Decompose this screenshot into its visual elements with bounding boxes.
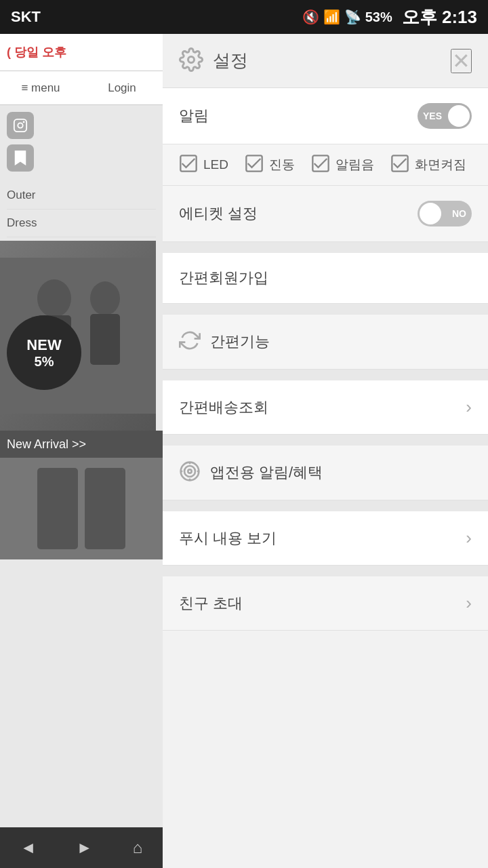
bg-nav-bar: ≡ menu Login: [0, 71, 163, 105]
bg-dress: Dress: [7, 210, 156, 237]
checkboxes-row: LED 진동 알림음: [163, 144, 488, 186]
bg-bookmark-icon: [7, 144, 34, 172]
push-content-row[interactable]: 푸시 내용 보기 ›: [163, 511, 488, 566]
notification-row: 알림 YES: [163, 88, 488, 144]
simple-features-row[interactable]: 간편기능: [163, 315, 488, 370]
bg-bottom-products: [0, 458, 163, 559]
led-label: LED: [203, 157, 228, 172]
svg-point-5: [37, 279, 71, 317]
background-app: ( 당일 오후 ≡ menu Login Outer Dress: [0, 34, 163, 868]
close-button[interactable]: ✕: [451, 49, 472, 73]
simple-delivery-label: 간편배송조회: [179, 397, 268, 418]
friend-invite-label: 친구 초대: [179, 593, 243, 614]
divider-5: [163, 500, 488, 511]
toggle-yes-text: YES: [423, 111, 442, 121]
app-notification-content: 앱전용 알림/혜택: [179, 460, 323, 485]
svg-point-7: [90, 281, 120, 315]
toggle-no-text: NO: [452, 208, 466, 219]
bg-new-arrival-banner: New Arrival >>: [0, 431, 163, 458]
svg-point-1: [18, 123, 22, 127]
bg-new-badge: NEW 5%: [7, 315, 81, 390]
toggle-knob: [448, 105, 470, 127]
panel-header: 설정 ✕: [163, 34, 488, 88]
divider-3: [163, 370, 488, 380]
bg-icons-section: [0, 105, 163, 178]
bg-forward-btn: ►: [77, 838, 93, 857]
screen-checkbox-item[interactable]: 화면켜짐: [390, 154, 466, 176]
toggle-no-knob: [420, 203, 441, 224]
etiquette-row: 에티켓 설정 NO: [163, 186, 488, 242]
gear-icon: [179, 47, 203, 75]
settings-panel: 설정 ✕ 알림 YES LED: [163, 34, 488, 868]
delivery-chevron-icon: ›: [466, 397, 472, 418]
vibrate-label: 진동: [269, 156, 295, 174]
bg-pct-text: 5%: [35, 354, 54, 370]
bg-new-text: NEW: [26, 336, 61, 354]
etiquette-toggle[interactable]: NO: [418, 201, 472, 226]
battery-label: 53%: [365, 9, 392, 25]
screen-checkbox-icon: [390, 154, 409, 176]
led-checkbox-item[interactable]: LED: [179, 154, 228, 176]
target-icon: [179, 460, 201, 485]
divider-4: [163, 435, 488, 446]
invite-chevron-icon: ›: [466, 593, 472, 614]
divider-2: [163, 304, 488, 315]
panel-title: 설정: [213, 49, 248, 73]
bg-instagram-icon: [7, 112, 34, 139]
svg-marker-3: [15, 151, 26, 165]
wifi-icon: 📶: [323, 9, 340, 25]
bg-top-text: ( 당일 오후: [7, 44, 66, 60]
status-icons: 🔇 📶 📡 53% 오후 2:13: [302, 5, 477, 29]
notification-toggle[interactable]: YES: [418, 103, 472, 129]
bg-categories: Outer Dress: [0, 178, 163, 241]
svg-point-16: [188, 469, 191, 473]
mute-icon: 🔇: [302, 9, 319, 25]
notification-label: 알림: [179, 106, 209, 126]
push-content-label: 푸시 내용 보기: [179, 528, 277, 549]
screen-label: 화면켜짐: [415, 156, 466, 174]
time-label: 오후 2:13: [402, 5, 477, 29]
panel-header-left: 설정: [179, 47, 248, 75]
simple-features-content: 간편기능: [179, 330, 270, 354]
bg-menu-item: ≡ menu: [0, 78, 81, 98]
svg-point-9: [188, 56, 195, 62]
svg-point-2: [23, 121, 25, 123]
sound-checkbox-icon: [311, 154, 330, 176]
app-notification-row[interactable]: 앱전용 알림/혜택: [163, 446, 488, 500]
etiquette-label: 에티켓 설정: [179, 203, 258, 224]
app-notification-label: 앱전용 알림/혜택: [210, 462, 323, 483]
simple-signup-label: 간편회원가입: [179, 268, 268, 288]
status-bar: SKT 🔇 📶 📡 53% 오후 2:13: [0, 0, 488, 34]
bg-product-person-2: [85, 468, 125, 549]
refresh-icon: [179, 330, 201, 354]
sound-checkbox-item[interactable]: 알림음: [311, 154, 374, 176]
bg-back-btn: ◄: [20, 838, 37, 857]
bg-bottom-nav: ◄ ► ⌂: [0, 827, 163, 868]
simple-features-label: 간편기능: [210, 332, 270, 352]
bg-login-item: Login: [81, 78, 163, 98]
divider-6: [163, 566, 488, 576]
bg-top-bar: ( 당일 오후: [0, 34, 163, 71]
bg-product-person-1: [37, 468, 78, 549]
friend-invite-row[interactable]: 친구 초대 ›: [163, 576, 488, 631]
simple-signup-row[interactable]: 간편회원가입: [163, 253, 488, 304]
vibrate-checkbox-icon: [245, 154, 264, 176]
vibrate-checkbox-item[interactable]: 진동: [245, 154, 295, 176]
bg-product-image: NEW 5%: [0, 241, 156, 431]
svg-point-15: [184, 466, 195, 477]
bg-home-btn: ⌂: [133, 838, 143, 857]
simple-delivery-row[interactable]: 간편배송조회 ›: [163, 380, 488, 435]
carrier-label: SKT: [11, 8, 41, 26]
divider-1: [163, 242, 488, 253]
svg-rect-8: [90, 314, 120, 365]
led-checkbox-icon: [179, 154, 198, 176]
push-chevron-icon: ›: [466, 528, 472, 549]
bg-outer: Outer: [7, 182, 156, 210]
svg-rect-0: [14, 119, 26, 132]
sound-label: 알림음: [336, 156, 374, 174]
signal-icon: 📡: [344, 9, 361, 25]
bg-new-arrival-text: New Arrival >>: [7, 437, 86, 452]
